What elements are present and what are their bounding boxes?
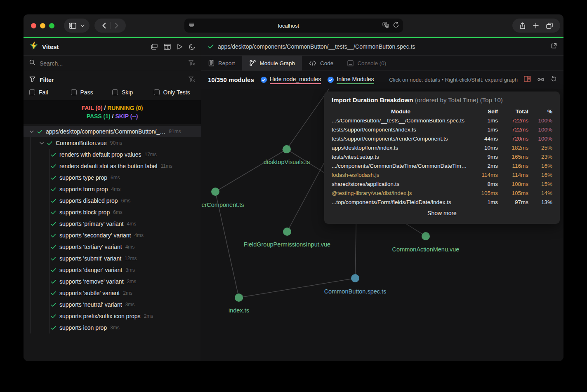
share-icon[interactable]	[520, 22, 526, 29]
sidebar-toggle-icon[interactable]	[69, 23, 76, 29]
test-label[interactable]: supports 'danger' variant	[59, 267, 122, 273]
graph-node-label-renderComponent[interactable]: erComponent.ts	[201, 202, 244, 208]
test-row[interactable]: supports 'secondary' variant4ms	[50, 230, 201, 241]
test-row[interactable]: supports 'neutral' variant3ms	[50, 299, 201, 310]
chevron-down-icon[interactable]	[40, 142, 44, 145]
module-name[interactable]: tests/support/components/index.ts	[332, 125, 470, 134]
test-label[interactable]: supports 'tertiary' variant	[59, 244, 122, 250]
test-label[interactable]: supports block prop	[59, 209, 110, 216]
dark-mode-icon[interactable]	[189, 44, 195, 50]
toggle-inline-modules[interactable]: Inline Modules	[328, 76, 374, 84]
test-label[interactable]: renders default slot as the button label	[59, 163, 157, 169]
clear-filter-icon[interactable]	[189, 76, 195, 83]
toggle-label[interactable]: Inline Modules	[337, 76, 374, 84]
checkbox[interactable]	[154, 89, 160, 95]
tab-code[interactable]: Code	[302, 56, 340, 70]
test-label[interactable]: supports icon prop	[59, 324, 107, 331]
checkbox[interactable]	[29, 89, 35, 95]
graph-node-label-commonActionMenu[interactable]: CommonActionMenu.vue	[392, 246, 460, 253]
test-file-row[interactable]: apps/desktop/components/CommonButton/_… …	[24, 126, 201, 137]
checkbox[interactable]	[71, 89, 77, 95]
legend-book-icon[interactable]	[524, 76, 531, 84]
chevron-down-icon[interactable]	[80, 24, 85, 27]
test-label[interactable]: supports 'neutral' variant	[59, 301, 122, 308]
show-more-button[interactable]: Show more	[332, 210, 552, 216]
test-row[interactable]: supports 'primary' variant4ms	[50, 218, 201, 230]
module-name[interactable]: lodash-es/lodash.js	[332, 171, 470, 180]
test-label[interactable]: supports 'submit' variant	[59, 255, 121, 262]
close-window-button[interactable]	[31, 23, 36, 28]
minimize-window-button[interactable]	[40, 23, 45, 28]
zoom-window-button[interactable]	[49, 23, 54, 28]
tab-console-0[interactable]: Console (0)	[340, 56, 393, 70]
graph-node-label-desktopVisuals[interactable]: desktopVisuals.ts	[264, 159, 310, 165]
test-label[interactable]: supports type prop	[59, 174, 107, 181]
graph-node-desktopVisuals[interactable]	[283, 145, 291, 153]
module-name[interactable]: ...s/CommonButton/__tests__/CommonButton…	[332, 116, 470, 125]
graph-node-index[interactable]	[235, 293, 243, 302]
test-row[interactable]: renders with default prop values17ms	[50, 149, 201, 160]
module-name[interactable]: apps/desktop/form/index.ts	[332, 143, 470, 153]
tab-report[interactable]: Report	[201, 56, 242, 70]
toggle-label[interactable]: Hide node_modules	[270, 76, 321, 84]
forward-button[interactable]	[115, 23, 118, 28]
coverage-icon[interactable]	[164, 44, 171, 50]
test-row[interactable]: renders default slot as the button label…	[50, 160, 201, 172]
tab-overview-icon[interactable]	[546, 23, 553, 29]
test-row[interactable]: supports disabled prop6ms	[50, 195, 201, 207]
graph-node-label-fieldGroupPermissionsInput[interactable]: FieldGroupPermissionsInput.vue	[244, 241, 330, 248]
test-label[interactable]: renders with default prop values	[59, 151, 141, 158]
test-row[interactable]: supports 'submit' variant12ms	[50, 253, 201, 264]
test-row[interactable]: supports form prop4ms	[50, 183, 201, 195]
graph-node-label-index[interactable]: index.ts	[229, 307, 249, 314]
translate-icon[interactable]	[382, 22, 389, 29]
tab-module-graph[interactable]: Module Graph	[242, 56, 302, 70]
module-name[interactable]: tests/support/components/renderComponent…	[332, 134, 470, 143]
filter-option-skip[interactable]: Skip	[112, 89, 154, 96]
module-graph-canvas[interactable]: desktopVisuals.tserComponent.tsFieldGrou…	[201, 89, 563, 361]
reload-icon[interactable]	[393, 22, 399, 30]
test-row[interactable]: supports block prop6ms	[50, 207, 201, 218]
module-name[interactable]: shared/stores/application.ts	[332, 180, 470, 189]
module-name[interactable]: ...top/components/Form/fields/FieldDate/…	[332, 198, 470, 207]
test-row[interactable]: supports icon prop3ms	[50, 322, 201, 333]
test-label[interactable]: supports disabled prop	[59, 197, 118, 204]
dashboard-icon[interactable]	[151, 44, 158, 50]
test-row[interactable]: supports 'subtle' variant2ms	[50, 287, 201, 299]
module-name[interactable]: .../components/CommonDateTime/CommonDate…	[332, 162, 470, 171]
back-button[interactable]	[102, 23, 106, 28]
checked-checkbox[interactable]	[261, 77, 267, 83]
test-row[interactable]: supports prefix/suffix icon props2ms	[50, 310, 201, 322]
test-label[interactable]: supports 'subtle' variant	[59, 290, 120, 296]
checkbox[interactable]	[112, 89, 118, 95]
graph-node-renderComponent[interactable]	[211, 188, 219, 196]
module-name[interactable]: @testing-library/vue/dist/index.js	[332, 189, 470, 198]
test-row[interactable]: supports 'danger' variant3ms	[50, 264, 201, 276]
test-file-label[interactable]: apps/desktop/components/CommonButton/_…	[46, 128, 165, 135]
open-external-icon[interactable]	[551, 43, 557, 51]
test-row[interactable]: supports type prop6ms	[50, 172, 201, 183]
filter-option-fail[interactable]: Fail	[29, 89, 71, 96]
graph-node-label-commonButtonSpec[interactable]: CommonButton.spec.ts	[324, 288, 387, 295]
filter-option-only-tests[interactable]: Only Tests	[154, 89, 196, 96]
url-text[interactable]: localhost	[195, 23, 382, 29]
search-input[interactable]	[40, 60, 184, 67]
reset-graph-icon[interactable]	[551, 76, 557, 84]
checked-checkbox[interactable]	[328, 77, 334, 83]
suite-row[interactable]: CommonButton.vue 90ms	[31, 137, 201, 149]
test-label[interactable]: supports 'secondary' variant	[59, 232, 131, 239]
module-name[interactable]: tests/vitest.setup.ts	[332, 153, 470, 162]
test-label[interactable]: supports form prop	[59, 186, 108, 192]
toggle-hide-node-modules[interactable]: Hide node_modules	[261, 76, 321, 84]
test-label[interactable]: supports 'remove' variant	[59, 278, 124, 285]
graph-node-commonButtonSpec[interactable]	[351, 274, 359, 282]
run-all-icon[interactable]	[177, 44, 183, 50]
sidebar-toggle-group[interactable]	[64, 19, 90, 33]
filter-option-pass[interactable]: Pass	[71, 89, 113, 96]
test-label[interactable]: supports prefix/suffix icon props	[59, 313, 141, 319]
address-bar[interactable]: localhost	[184, 19, 403, 33]
chevron-down-icon[interactable]	[30, 130, 34, 133]
test-row[interactable]: supports 'tertiary' variant4ms	[50, 241, 201, 253]
test-label[interactable]: supports 'primary' variant	[59, 221, 124, 227]
suite-label[interactable]: CommonButton.vue	[56, 140, 107, 146]
